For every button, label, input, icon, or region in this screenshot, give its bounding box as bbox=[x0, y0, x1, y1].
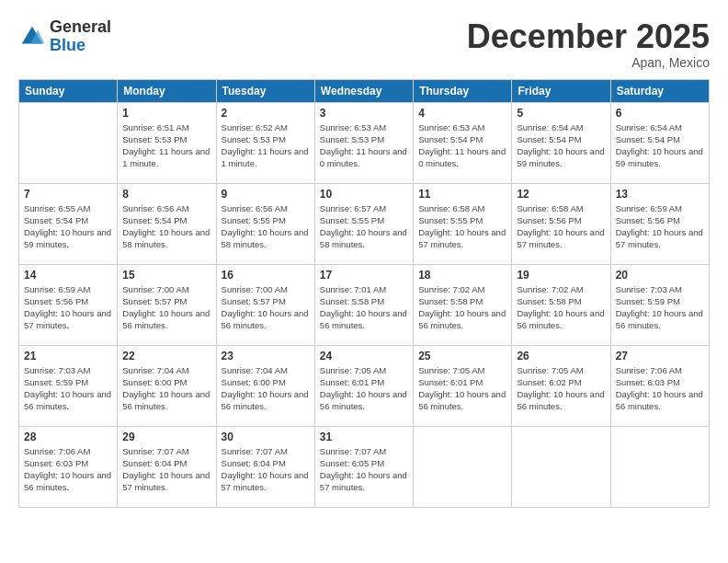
table-row bbox=[19, 102, 118, 183]
table-row: 27 Sunrise: 7:06 AM Sunset: 6:03 PM Dayl… bbox=[610, 345, 709, 426]
cell-info: Sunrise: 7:05 AM Sunset: 6:02 PM Dayligh… bbox=[517, 364, 605, 413]
cell-info: Sunrise: 6:54 AM Sunset: 5:54 PM Dayligh… bbox=[616, 121, 704, 170]
cell-date: 28 bbox=[24, 431, 112, 443]
cell-date: 6 bbox=[616, 107, 704, 120]
cell-date: 14 bbox=[24, 269, 112, 282]
cell-info: Sunrise: 6:51 AM Sunset: 5:53 PM Dayligh… bbox=[122, 121, 210, 170]
cell-info: Sunrise: 7:04 AM Sunset: 6:00 PM Dayligh… bbox=[222, 364, 310, 413]
cell-info: Sunrise: 7:07 AM Sunset: 6:04 PM Dayligh… bbox=[122, 445, 210, 494]
table-row: 2 Sunrise: 6:52 AM Sunset: 5:53 PM Dayli… bbox=[216, 102, 314, 183]
logo-blue-text: Blue bbox=[50, 37, 111, 55]
month-title: December 2025 bbox=[467, 18, 710, 55]
header: General Blue December 2025 Apan, Mexico bbox=[18, 18, 710, 70]
calendar-table: Sunday Monday Tuesday Wednesday Thursday… bbox=[18, 79, 710, 508]
cell-date: 26 bbox=[517, 350, 605, 362]
table-row: 7 Sunrise: 6:55 AM Sunset: 5:54 PM Dayli… bbox=[19, 183, 118, 264]
cell-info: Sunrise: 7:02 AM Sunset: 5:58 PM Dayligh… bbox=[517, 283, 605, 332]
cell-date: 13 bbox=[616, 188, 704, 201]
table-row: 11 Sunrise: 6:58 AM Sunset: 5:55 PM Dayl… bbox=[414, 183, 512, 264]
cell-info: Sunrise: 6:58 AM Sunset: 5:56 PM Dayligh… bbox=[517, 202, 605, 251]
cell-date: 11 bbox=[418, 188, 506, 201]
table-row: 30 Sunrise: 7:07 AM Sunset: 6:04 PM Dayl… bbox=[216, 426, 314, 507]
calendar-week-row: 1 Sunrise: 6:51 AM Sunset: 5:53 PM Dayli… bbox=[19, 102, 710, 183]
cell-date: 29 bbox=[122, 431, 210, 443]
calendar-week-row: 14 Sunrise: 6:59 AM Sunset: 5:56 PM Dayl… bbox=[19, 264, 710, 345]
cell-date: 17 bbox=[320, 269, 408, 282]
table-row: 31 Sunrise: 7:07 AM Sunset: 6:05 PM Dayl… bbox=[314, 426, 413, 507]
table-row: 13 Sunrise: 6:59 AM Sunset: 5:56 PM Dayl… bbox=[610, 183, 709, 264]
table-row: 12 Sunrise: 6:58 AM Sunset: 5:56 PM Dayl… bbox=[512, 183, 610, 264]
cell-date: 21 bbox=[24, 350, 112, 362]
cell-info: Sunrise: 6:55 AM Sunset: 5:54 PM Dayligh… bbox=[24, 202, 112, 251]
page: General Blue December 2025 Apan, Mexico … bbox=[0, 0, 728, 563]
cell-info: Sunrise: 6:57 AM Sunset: 5:55 PM Dayligh… bbox=[320, 202, 408, 251]
table-row bbox=[512, 426, 610, 507]
calendar-week-row: 28 Sunrise: 7:06 AM Sunset: 6:03 PM Dayl… bbox=[19, 426, 710, 507]
cell-date: 1 bbox=[122, 107, 210, 120]
cell-info: Sunrise: 7:05 AM Sunset: 6:01 PM Dayligh… bbox=[320, 364, 408, 413]
cell-info: Sunrise: 7:06 AM Sunset: 6:03 PM Dayligh… bbox=[616, 364, 704, 413]
cell-info: Sunrise: 7:00 AM Sunset: 5:57 PM Dayligh… bbox=[222, 283, 310, 332]
cell-info: Sunrise: 6:59 AM Sunset: 5:56 PM Dayligh… bbox=[24, 283, 112, 332]
cell-date: 25 bbox=[418, 350, 506, 362]
table-row: 23 Sunrise: 7:04 AM Sunset: 6:00 PM Dayl… bbox=[216, 345, 314, 426]
table-row: 25 Sunrise: 7:05 AM Sunset: 6:01 PM Dayl… bbox=[414, 345, 512, 426]
table-row: 24 Sunrise: 7:05 AM Sunset: 6:01 PM Dayl… bbox=[314, 345, 413, 426]
cell-info: Sunrise: 7:02 AM Sunset: 5:58 PM Dayligh… bbox=[418, 283, 506, 332]
cell-info: Sunrise: 7:07 AM Sunset: 6:05 PM Dayligh… bbox=[320, 445, 408, 494]
cell-info: Sunrise: 7:03 AM Sunset: 5:59 PM Dayligh… bbox=[24, 364, 112, 413]
cell-info: Sunrise: 6:53 AM Sunset: 5:53 PM Dayligh… bbox=[320, 121, 408, 170]
table-row: 20 Sunrise: 7:03 AM Sunset: 5:59 PM Dayl… bbox=[610, 264, 709, 345]
logo-text: General Blue bbox=[50, 18, 111, 55]
col-friday: Friday bbox=[512, 79, 610, 102]
col-thursday: Thursday bbox=[414, 79, 512, 102]
cell-date: 16 bbox=[222, 269, 310, 282]
table-row: 16 Sunrise: 7:00 AM Sunset: 5:57 PM Dayl… bbox=[216, 264, 314, 345]
col-saturday: Saturday bbox=[610, 79, 709, 102]
table-row: 1 Sunrise: 6:51 AM Sunset: 5:53 PM Dayli… bbox=[118, 102, 216, 183]
cell-date: 15 bbox=[122, 269, 210, 282]
cell-date: 12 bbox=[517, 188, 605, 201]
cell-date: 7 bbox=[24, 188, 112, 201]
table-row: 4 Sunrise: 6:53 AM Sunset: 5:54 PM Dayli… bbox=[414, 102, 512, 183]
calendar-week-row: 7 Sunrise: 6:55 AM Sunset: 5:54 PM Dayli… bbox=[19, 183, 710, 264]
table-row: 5 Sunrise: 6:54 AM Sunset: 5:54 PM Dayli… bbox=[512, 102, 610, 183]
cell-info: Sunrise: 6:54 AM Sunset: 5:54 PM Dayligh… bbox=[517, 121, 605, 170]
col-tuesday: Tuesday bbox=[216, 79, 314, 102]
cell-date: 30 bbox=[222, 431, 310, 443]
calendar-week-row: 21 Sunrise: 7:03 AM Sunset: 5:59 PM Dayl… bbox=[19, 345, 710, 426]
cell-info: Sunrise: 6:53 AM Sunset: 5:54 PM Dayligh… bbox=[418, 121, 506, 170]
calendar-header-row: Sunday Monday Tuesday Wednesday Thursday… bbox=[19, 79, 710, 102]
cell-info: Sunrise: 7:04 AM Sunset: 6:00 PM Dayligh… bbox=[122, 364, 210, 413]
table-row: 21 Sunrise: 7:03 AM Sunset: 5:59 PM Dayl… bbox=[19, 345, 118, 426]
cell-date: 3 bbox=[320, 107, 408, 120]
cell-info: Sunrise: 7:05 AM Sunset: 6:01 PM Dayligh… bbox=[418, 364, 506, 413]
table-row: 14 Sunrise: 6:59 AM Sunset: 5:56 PM Dayl… bbox=[19, 264, 118, 345]
cell-date: 22 bbox=[122, 350, 210, 362]
cell-date: 27 bbox=[616, 350, 704, 362]
cell-date: 19 bbox=[517, 269, 605, 282]
col-wednesday: Wednesday bbox=[314, 79, 413, 102]
cell-info: Sunrise: 6:58 AM Sunset: 5:55 PM Dayligh… bbox=[418, 202, 506, 251]
table-row: 8 Sunrise: 6:56 AM Sunset: 5:54 PM Dayli… bbox=[118, 183, 216, 264]
cell-info: Sunrise: 7:07 AM Sunset: 6:04 PM Dayligh… bbox=[222, 445, 310, 494]
logo-general-text: General bbox=[50, 18, 111, 37]
cell-info: Sunrise: 7:00 AM Sunset: 5:57 PM Dayligh… bbox=[122, 283, 210, 332]
cell-date: 2 bbox=[222, 107, 310, 120]
cell-date: 10 bbox=[320, 188, 408, 201]
cell-date: 20 bbox=[616, 269, 704, 282]
table-row: 26 Sunrise: 7:05 AM Sunset: 6:02 PM Dayl… bbox=[512, 345, 610, 426]
table-row: 6 Sunrise: 6:54 AM Sunset: 5:54 PM Dayli… bbox=[610, 102, 709, 183]
table-row: 10 Sunrise: 6:57 AM Sunset: 5:55 PM Dayl… bbox=[314, 183, 413, 264]
cell-date: 5 bbox=[517, 107, 605, 120]
cell-info: Sunrise: 7:06 AM Sunset: 6:03 PM Dayligh… bbox=[24, 445, 112, 494]
table-row: 17 Sunrise: 7:01 AM Sunset: 5:58 PM Dayl… bbox=[314, 264, 413, 345]
table-row: 29 Sunrise: 7:07 AM Sunset: 6:04 PM Dayl… bbox=[118, 426, 216, 507]
table-row: 19 Sunrise: 7:02 AM Sunset: 5:58 PM Dayl… bbox=[512, 264, 610, 345]
cell-date: 9 bbox=[222, 188, 310, 201]
cell-info: Sunrise: 6:56 AM Sunset: 5:54 PM Dayligh… bbox=[122, 202, 210, 251]
cell-date: 23 bbox=[222, 350, 310, 362]
logo: General Blue bbox=[18, 18, 111, 55]
subtitle: Apan, Mexico bbox=[467, 55, 710, 70]
table-row: 9 Sunrise: 6:56 AM Sunset: 5:55 PM Dayli… bbox=[216, 183, 314, 264]
